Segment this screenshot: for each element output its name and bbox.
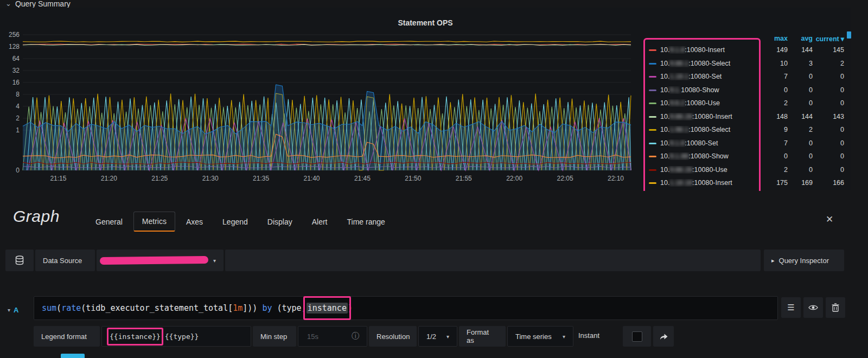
instant-checkbox[interactable] <box>632 331 642 342</box>
chevron-down-icon: ▾ <box>563 334 565 340</box>
tab-axes[interactable]: Axes <box>177 212 212 232</box>
resolution-select[interactable]: 1/2 ▾ <box>418 326 457 347</box>
close-icon[interactable]: ✕ <box>826 214 833 225</box>
query-token: ( <box>272 303 282 313</box>
query-disable-button[interactable] <box>803 297 823 318</box>
legend-header-avg[interactable]: avg <box>788 35 813 42</box>
min-step-label: Min step <box>253 326 296 347</box>
legend-header-max[interactable]: max <box>764 35 788 42</box>
series-max: 10 <box>764 60 788 67</box>
y-tick-label: 64 <box>0 55 20 62</box>
query-token: ( <box>56 303 61 313</box>
query-delete-button[interactable] <box>826 297 845 318</box>
legend-format-input[interactable]: {{instance}} {{type}} <box>101 326 251 347</box>
series-color-dash <box>649 90 656 91</box>
share-arrow-icon <box>659 333 668 341</box>
series-avg: 0 <box>788 139 813 147</box>
series-name[interactable]: 10.1.98.1:10080-Select <box>649 126 764 133</box>
datasource-row-filler <box>225 250 761 271</box>
hidden-row-accent <box>61 354 85 358</box>
x-tick-label: 21:50 <box>398 175 428 182</box>
chevron-down-icon: ▾ <box>213 258 216 264</box>
legend-row[interactable]: 10.9.1.10080-Show000 <box>649 84 846 97</box>
series-current: 145 <box>813 46 844 54</box>
tab-metrics[interactable]: Metrics <box>133 212 175 232</box>
query-token: tidb_executor_statement_total <box>86 303 228 313</box>
legend-row[interactable]: 10.9.1.88:10080-Show000 <box>649 150 846 163</box>
datasource-dropdown[interactable]: ▾ <box>97 250 224 271</box>
query-expression-field[interactable]: sum(rate(tidb_executor_statement_total[1… <box>34 296 778 320</box>
legend-row[interactable]: 10.9.88.28:10080-Insert148144143 <box>649 110 846 124</box>
series-color-dash <box>649 182 656 184</box>
series-name[interactable]: 10.9.1.88:10080-Show <box>649 152 764 160</box>
min-step-input[interactable] <box>306 332 352 341</box>
series-avg: 144 <box>788 113 813 120</box>
tab-time-range[interactable]: Time range <box>338 212 393 232</box>
series-max: 148 <box>764 113 788 120</box>
series-current: 0 <box>813 99 844 107</box>
series-max: 2 <box>764 99 788 107</box>
tab-legend[interactable]: Legend <box>214 212 257 232</box>
query-token: ( <box>81 303 86 313</box>
row-title: Query Summary <box>15 0 71 8</box>
legend-row[interactable]: 10.9.6.2:10080-Use200 <box>649 97 846 110</box>
series-max: 175 <box>764 179 788 187</box>
series-current: 0 <box>813 73 844 80</box>
format-as-select[interactable]: Time series ▾ <box>507 326 573 347</box>
x-tick-label: 21:55 <box>449 175 479 182</box>
graph-canvas[interactable] <box>23 35 631 170</box>
query-ref[interactable]: ▾ A <box>8 303 18 317</box>
min-step-field[interactable]: ⓘ <box>298 326 367 347</box>
legend-format-instance-token: {{instance}} <box>110 333 161 341</box>
query-token: [ <box>228 303 233 313</box>
series-name[interactable]: 10.1.18.18:10080-Insert <box>649 179 764 187</box>
tab-display[interactable]: Display <box>259 212 301 232</box>
series-max: 7 <box>764 73 788 80</box>
series-avg: 2 <box>788 126 813 133</box>
series-avg: 0 <box>788 152 813 160</box>
y-tick-label: 8 <box>0 91 20 98</box>
share-query-button[interactable] <box>653 326 674 347</box>
panel-title[interactable]: Statement OPS <box>0 18 851 27</box>
legend-scroll-thumb[interactable] <box>847 31 851 39</box>
sort-caret-icon: ▾ <box>841 35 844 43</box>
legend-row[interactable]: 10.9.88.28:10080-Use200 <box>649 163 846 177</box>
series-name[interactable]: 10.9.88.1:10080-Select <box>649 60 764 67</box>
query-inspector-button[interactable]: ▸ Query Inspector <box>764 250 844 271</box>
legend-row[interactable]: 10.1.18.18:10080-Insert175169166 <box>649 176 846 190</box>
legend-row[interactable]: 10.1.98.1:10080-Select920 <box>649 123 846 137</box>
legend-row[interactable]: 10.9.1.8:10080-Set700 <box>649 137 846 150</box>
series-name[interactable]: 10.9.1.8:10080-Set <box>649 139 764 147</box>
x-tick-label: 21:20 <box>94 175 124 182</box>
series-name[interactable]: 10.9.6.2:10080-Use <box>649 99 764 107</box>
series-name[interactable]: 10.9.88.28:10080-Insert <box>649 113 764 120</box>
series-avg: 0 <box>788 166 813 174</box>
legend-row[interactable]: 10.9.88.1:10080-Select1032 <box>649 57 846 71</box>
query-menu-button[interactable]: ☰ <box>781 297 801 318</box>
info-icon[interactable]: ⓘ <box>352 331 359 341</box>
x-tick-label: 22:00 <box>499 175 529 182</box>
instant-label: Instant <box>578 331 599 340</box>
legend-header-current[interactable]: current▾ <box>813 35 844 43</box>
legend-header: max avg current▾ <box>649 34 846 43</box>
legend-row[interactable]: 10.1.18.1:10080-Set700 <box>649 70 846 84</box>
graph-panel: Statement OPS max avg current▾ 10.9.1.8:… <box>0 8 851 190</box>
query-token: sum <box>42 303 56 313</box>
panel-type-title: Graph <box>13 207 60 226</box>
datasource-icon-button[interactable] <box>5 250 34 271</box>
editor-tabs: GeneralMetricsAxesLegendDisplayAlertTime… <box>87 212 394 232</box>
series-name[interactable]: 10.9.1.8:10080-Insert <box>649 46 764 54</box>
hamburger-menu-icon: ☰ <box>787 303 794 312</box>
series-name[interactable]: 10.1.18.1:10080-Set <box>649 73 764 80</box>
series-name[interactable]: 10.9.1.10080-Show <box>649 86 764 94</box>
redaction-scribble <box>100 256 208 265</box>
y-tick-label: 1 <box>0 126 20 134</box>
series-color-dash <box>649 49 656 51</box>
legend-format-label: Legend format <box>34 326 100 347</box>
x-tick-label: 22:05 <box>550 175 580 182</box>
tab-general[interactable]: General <box>87 212 131 232</box>
series-name[interactable]: 10.9.88.28:10080-Use <box>649 166 764 174</box>
tab-alert[interactable]: Alert <box>303 212 336 232</box>
legend-row[interactable]: 10.9.1.8:10080-Insert149144145 <box>649 43 846 57</box>
resolution-label: Resolution <box>369 326 417 347</box>
